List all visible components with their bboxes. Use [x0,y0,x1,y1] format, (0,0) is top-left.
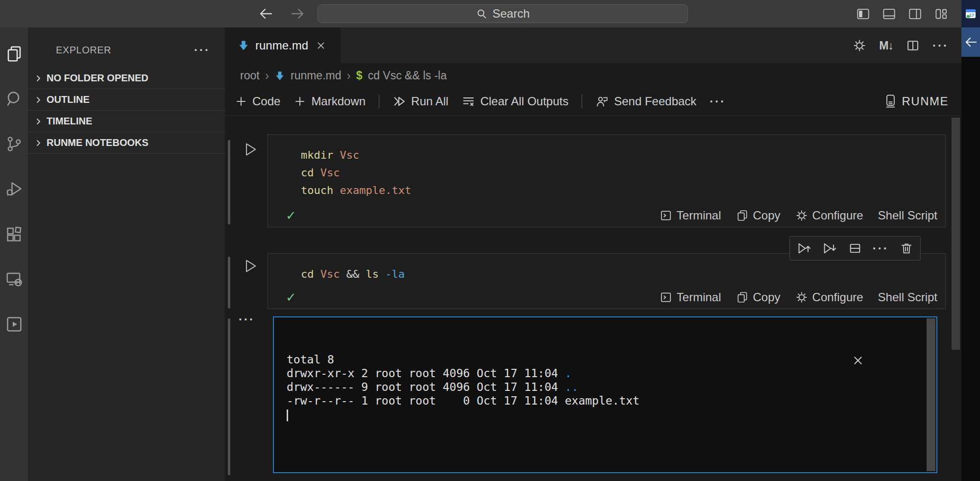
cell-configure-button[interactable]: Configure [795,209,863,222]
run-all-label: Run All [411,95,448,108]
execute-above-button[interactable] [797,241,811,255]
command-center-search[interactable]: Search [318,4,688,23]
breadcrumb: root › runme.md › $ cd Vsc && ls -la [225,64,961,87]
sidebar-more-button[interactable]: ··· [194,44,210,56]
success-check-icon: ✓ [286,291,296,304]
add-markdown-button[interactable]: Markdown [294,95,366,108]
toggle-panel-button[interactable] [882,8,896,20]
code-cell-1[interactable]: mkdir Vsccd Vsctouch example.txt ✓ Termi… [268,134,946,227]
gear-icon [795,209,808,222]
cell-1-statusbar: ✓ Terminal Copy Configure [268,204,945,227]
section-label: OUTLINE [47,94,90,105]
markdown-preview-button[interactable]: M↓ [879,39,893,52]
activity-source-control[interactable] [2,132,26,156]
notebook-toolbar: Code Markdown Run All Clear All Outputs … [225,87,961,116]
runme-file-icon [238,40,249,51]
section-outline[interactable]: OUTLINE [28,89,225,111]
notebook-content: mkdir Vsccd Vsctouch example.txt ✓ Termi… [225,116,961,481]
activity-run-debug[interactable] [2,177,26,201]
feedback-icon [595,95,609,108]
cell-terminal-button[interactable]: Terminal [660,209,721,222]
cell-configure-button[interactable]: Configure [795,290,863,304]
terminal-output-text: total 8drwxr-xr-x 2 root root 4096 Oct 1… [287,353,936,422]
cell-focus-bar [228,257,230,309]
send-feedback-button[interactable]: Send Feedback [595,95,696,108]
add-icon [294,95,306,108]
section-runme-notebooks[interactable]: RUNME NOTEBOOKS [28,132,225,154]
delete-icon [900,241,913,255]
run-debug-icon [5,180,23,198]
cell-terminal-button[interactable]: Terminal [660,290,721,304]
runme-brand: RUNME [884,94,949,109]
background-window-titlebar: 17 [961,0,980,27]
add-code-button[interactable]: Code [235,95,280,108]
split-editor-icon [906,39,920,52]
execute-below-icon [822,241,837,255]
breadcrumb-file[interactable]: runme.md [291,69,342,82]
output-close-button[interactable] [852,327,920,394]
success-check-icon: ✓ [286,209,296,222]
split-editor-button[interactable] [906,39,920,52]
toggle-primary-sidebar-button[interactable] [857,8,870,20]
notebook-settings-button[interactable] [853,39,866,52]
close-icon [316,41,326,50]
close-icon [852,355,864,366]
chevron-right-icon [34,96,43,104]
delete-cell-button[interactable] [900,241,913,255]
runme-brand-label: RUNME [902,95,949,108]
cell-copy-button[interactable]: Copy [736,209,781,222]
tab-runme-md[interactable]: runme.md [225,27,341,64]
send-feedback-label: Send Feedback [614,95,696,108]
split-cell-button[interactable] [848,241,862,255]
activity-explorer[interactable] [2,42,26,66]
cell-focus-bar [228,140,230,224]
files-icon [5,45,23,63]
cell-1-code[interactable]: mkdir Vsccd Vsctouch example.txt [268,135,945,204]
calendar-icon: 17 [965,8,976,19]
activity-extensions[interactable] [2,222,26,246]
run-cell-button[interactable] [243,141,258,158]
layout-controls [857,0,948,27]
customize-layout-button[interactable] [934,8,948,20]
output-more-button[interactable]: ··· [239,313,255,325]
editor-group: runme.md M↓ ··· root › runme.md › [225,27,961,481]
cell-language-label[interactable]: Shell Script [878,209,937,222]
background-window-strip: 17 [961,0,980,481]
activity-search[interactable] [2,87,26,111]
titlebar: Search [0,0,961,27]
search-icon [5,90,23,108]
section-no-folder-opened[interactable]: NO FOLDER OPENED [28,68,225,89]
gear-icon [795,291,808,304]
back-button[interactable] [259,7,273,20]
activity-runme-notebooks[interactable] [2,313,26,336]
tab-close-button[interactable] [316,41,326,50]
execute-below-button[interactable] [822,241,837,255]
cell-language-label[interactable]: Shell Script [878,290,937,304]
terminal-icon [660,209,672,222]
chevron-right-icon [34,74,43,83]
run-all-button[interactable]: Run All [392,95,448,108]
breadcrumb-root[interactable]: root [240,69,260,82]
code-cell-2[interactable]: cd Vsc && ls -la ✓ Terminal Copy [268,253,946,309]
execute-above-icon [797,241,811,255]
toggle-secondary-sidebar-icon [908,8,922,20]
cell-more-button[interactable]: ··· [873,242,889,254]
toggle-secondary-sidebar-button[interactable] [908,8,922,20]
section-timeline[interactable]: TIMELINE [28,111,225,132]
clear-all-outputs-button[interactable]: Clear All Outputs [462,95,568,108]
more-actions-button[interactable]: ··· [932,40,949,51]
run-cell-button[interactable] [243,258,258,274]
copy-icon [736,209,749,222]
breadcrumb-command[interactable]: cd Vsc && ls -la [368,69,447,82]
terminal-output[interactable]: total 8drwxr-xr-x 2 root root 4096 Oct 1… [273,316,937,473]
cell-copy-button[interactable]: Copy [736,290,781,304]
activity-remote-explorer[interactable] [2,267,26,291]
toggle-primary-sidebar-icon [857,8,870,20]
remote-explorer-icon [5,270,23,288]
toolbar-divider [379,95,379,108]
editor-scrollbar-thumb[interactable] [952,118,960,350]
output-scrollbar[interactable] [927,318,935,471]
toolbar-more-button[interactable]: ··· [710,96,726,107]
forward-button[interactable] [290,7,305,20]
extensions-icon [5,225,23,243]
